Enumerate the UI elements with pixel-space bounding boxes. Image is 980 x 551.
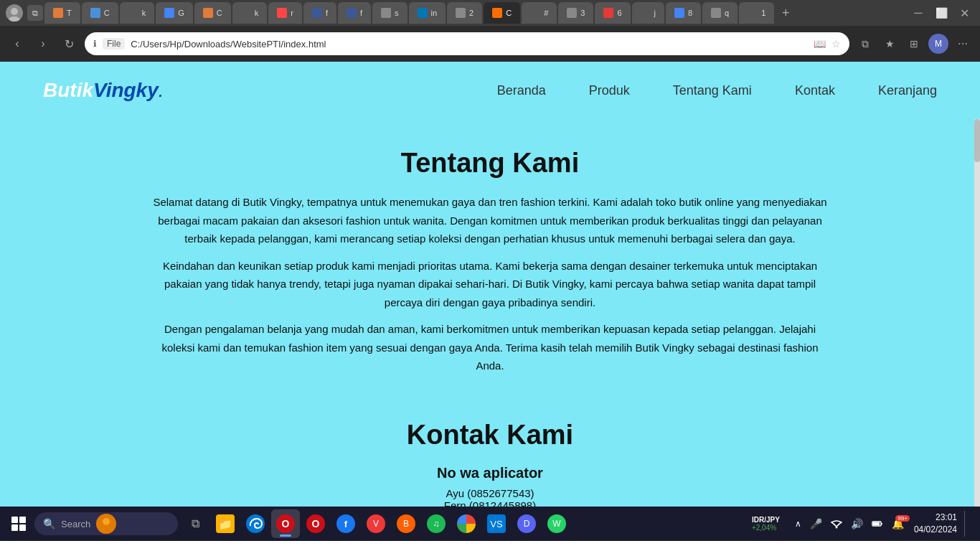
logo-dot: .	[159, 79, 164, 101]
browser-actions: ⧉ ★ ⊞ M ⋯	[855, 34, 973, 54]
tab-item[interactable]: T	[44, 2, 80, 24]
bookmark-icon[interactable]: ☆	[831, 38, 841, 50]
taskbar-app-files[interactable]: 📁	[211, 509, 240, 538]
taskbar-right: IDR/JPY +2,04% ∧ 🎤 🔊 🔔 99+ 23:01 04/02/2…	[746, 510, 974, 537]
taskbar-app-vscode[interactable]: VS	[482, 509, 511, 538]
tab-item[interactable]: s	[372, 2, 407, 24]
tab-item[interactable]: k	[232, 2, 268, 24]
svg-point-2	[103, 518, 110, 525]
website-content: ButikVingky. Beranda Produk Tentang Kami…	[0, 62, 980, 507]
taskbar-app-opera2[interactable]: O	[301, 509, 330, 538]
search-text: Search	[61, 519, 90, 529]
show-desktop-button[interactable]	[964, 511, 969, 537]
svg-point-3	[100, 528, 113, 534]
clock-date: 04/02/2024	[914, 524, 957, 536]
tentang-para2: Keindahan dan keunikan setiap produk kam…	[149, 257, 831, 312]
nav-item-kontak[interactable]: Kontak	[795, 83, 835, 98]
taskview-button[interactable]: ⧉	[181, 509, 209, 538]
taskbar-app-browser2[interactable]: f	[331, 509, 360, 538]
tab-item[interactable]: in	[409, 2, 446, 24]
taskbar-app-brave[interactable]: B	[392, 509, 420, 538]
nav-item-beranda[interactable]: Beranda	[497, 83, 546, 98]
scroll-thumb[interactable]	[974, 119, 980, 162]
windows-icon	[11, 517, 26, 531]
nav-item-keranjang[interactable]: Keranjang	[878, 83, 937, 98]
taskbar-search[interactable]: 🔍 Search	[34, 512, 178, 535]
tab-item[interactable]: 2	[447, 2, 482, 24]
notification-count: 99+	[895, 515, 910, 522]
taskbar-app-spotify[interactable]: ♫	[422, 509, 451, 538]
taskbar-app-whatsapp[interactable]: W	[542, 509, 571, 538]
tab-item[interactable]: 3	[558, 2, 593, 24]
tab-item[interactable]: q	[702, 2, 738, 24]
site-nav: Beranda Produk Tentang Kami Kontak Keran…	[497, 83, 937, 98]
back-button[interactable]: ‹	[7, 34, 27, 54]
search-avatar	[96, 514, 116, 534]
collections-button[interactable]: ⊞	[904, 34, 924, 54]
close-button[interactable]: ✕	[954, 4, 974, 22]
forward-button[interactable]: ›	[33, 34, 53, 54]
tab-item[interactable]: 8	[666, 2, 701, 24]
notification-button[interactable]: 🔔 99+	[889, 517, 907, 531]
clock-widget[interactable]: 23:01 04/02/2024	[910, 510, 961, 537]
url-text[interactable]: C:/Users/Hp/Downloads/WebsitePTI/index.h…	[131, 39, 808, 50]
tab-item[interactable]: f	[338, 2, 371, 24]
taskbar-app-discord[interactable]: D	[512, 509, 541, 538]
browser-controls: ‹ › ↻ ℹ File C:/Users/Hp/Downloads/Websi…	[0, 26, 980, 62]
logo-vingky: Vingky	[93, 79, 159, 101]
network-icon[interactable]	[828, 517, 845, 531]
new-tab-button[interactable]: +	[776, 3, 796, 23]
tab-item[interactable]: 6	[595, 2, 630, 24]
taskbar-app-opera[interactable]: O	[271, 509, 300, 538]
stock-name: IDR/JPY	[752, 516, 780, 524]
svg-point-4	[835, 527, 837, 529]
clock-time: 23:01	[914, 512, 957, 524]
tab-item[interactable]: j	[632, 2, 664, 24]
contact-ayu: Ayu (0852677543)	[72, 487, 908, 499]
tab-item[interactable]: 1	[739, 2, 774, 24]
taskbar-apps: ⧉ 📁 O O f V B ♫ VS	[181, 509, 743, 538]
profile-button[interactable]: M	[928, 34, 948, 54]
tab-item[interactable]: C	[82, 2, 118, 24]
kontak-contacts: Ayu (0852677543) Fern (0812445898)	[72, 487, 908, 507]
tab-item[interactable]: f	[303, 2, 336, 24]
restore-button[interactable]: ⬜	[931, 4, 951, 22]
tab-item[interactable]: r	[268, 2, 302, 24]
start-button[interactable]	[6, 511, 32, 537]
hidden-icons-button[interactable]: ∧	[792, 517, 804, 530]
favorites-button[interactable]: ★	[880, 34, 900, 54]
nav-item-produk[interactable]: Produk	[589, 83, 630, 98]
extensions-button[interactable]: ⧉	[855, 34, 875, 54]
mic-icon[interactable]: 🎤	[807, 517, 825, 531]
tab-item[interactable]: G	[156, 2, 193, 24]
scrollbar[interactable]	[974, 119, 980, 507]
contact-fern: Fern (0812445898)	[72, 499, 908, 507]
minimize-button[interactable]: ─	[908, 4, 928, 22]
battery-icon[interactable]	[869, 517, 886, 531]
tentang-body: Selamat datang di Butik Vingky, tempatny…	[149, 193, 831, 375]
volume-icon[interactable]: 🔊	[848, 517, 866, 531]
tab-item[interactable]: #	[522, 2, 557, 24]
taskbar-app-chrome[interactable]	[452, 509, 481, 538]
site-logo[interactable]: ButikVingky.	[43, 79, 164, 102]
menu-button[interactable]: ⋯	[953, 34, 973, 54]
profile-avatar[interactable]	[6, 4, 23, 22]
taskbar-app-edge[interactable]	[241, 509, 270, 538]
taskbar: 🔍 Search ⧉ 📁 O O f V B	[0, 507, 980, 541]
stock-widget[interactable]: IDR/JPY +2,04%	[746, 514, 789, 533]
tentang-para1: Selamat datang di Butik Vingky, tempatny…	[149, 193, 831, 248]
tab-item[interactable]: k	[120, 2, 155, 24]
taskbar-app-vivaldi[interactable]: V	[362, 509, 390, 538]
kontak-section: Kontak Kami No wa aplicator Ayu (0852677…	[72, 405, 908, 507]
svg-point-0	[11, 8, 18, 15]
kontak-title: Kontak Kami	[72, 420, 908, 451]
tentang-title: Tentang Kami	[72, 148, 908, 179]
tab-item-active[interactable]: C	[484, 2, 520, 24]
tab-item[interactable]: C	[194, 2, 231, 24]
tab-icon-copy[interactable]: ⧉	[27, 5, 43, 21]
address-bar[interactable]: ℹ File C:/Users/Hp/Downloads/WebsitePTI/…	[85, 32, 849, 55]
reader-mode-icon[interactable]: 📖	[814, 38, 826, 50]
nav-item-tentang[interactable]: Tentang Kami	[673, 83, 752, 98]
svg-point-1	[9, 17, 20, 22]
reload-button[interactable]: ↻	[59, 34, 79, 54]
